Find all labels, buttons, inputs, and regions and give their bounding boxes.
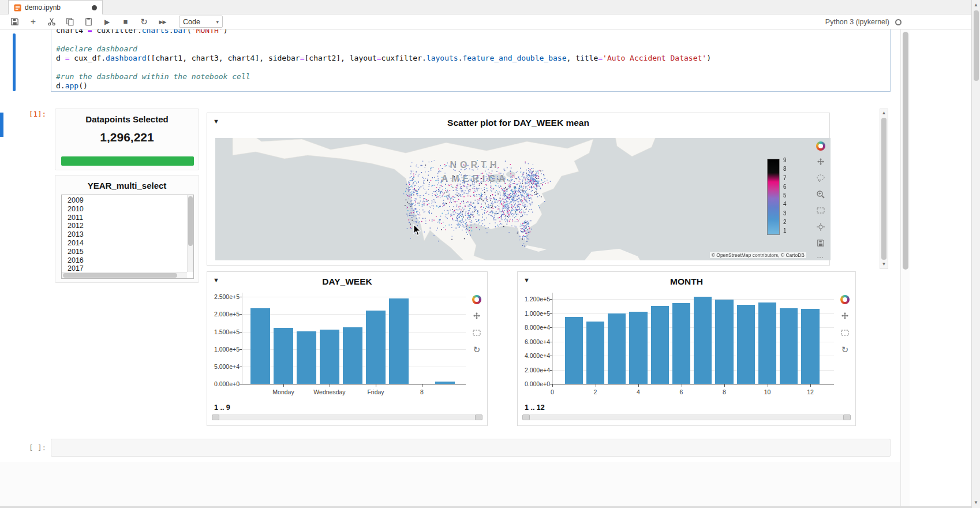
year-option[interactable]: 2015 [62,248,193,256]
reset-tool-icon[interactable]: ↻ [472,345,482,354]
x-tick-mark [810,384,811,387]
insert-cell-button[interactable]: + [28,16,39,27]
listbox-vertical-scrollbar[interactable] [187,195,193,272]
box-select-tool-icon[interactable] [472,328,482,338]
interrupt-kernel-button[interactable]: ■ [120,16,131,27]
notebook-content: chart4 = cuxfilter.charts.bar('MONTH') #… [0,29,900,508]
restart-kernel-button[interactable]: ↻ [139,16,149,27]
scrollbar-thumb[interactable] [63,273,177,278]
x-tick-label: 10 [745,389,791,395]
box-select-tool-icon[interactable] [816,206,826,215]
slider-handle-right[interactable] [475,414,482,420]
wheel-zoom-tool-icon[interactable] [816,222,826,231]
year-option[interactable]: 2012 [62,222,193,230]
run-cell-button[interactable]: ▶ [102,16,113,27]
code-cell[interactable]: chart4 = cuxfilter.charts.bar('MONTH') #… [51,29,891,92]
chevron-down-icon: ▾ [216,19,219,25]
slider-handle-left[interactable] [212,414,219,420]
legend-tick-label: 8 [783,166,794,172]
scrollbar-thumb[interactable] [974,10,979,81]
year-option[interactable]: 2010 [62,205,193,214]
pan-tool-icon[interactable] [816,157,826,167]
slider-handle-left[interactable] [522,414,530,420]
unsaved-indicator-icon[interactable] [92,5,97,10]
copy-icon [66,17,74,26]
y-tick-label: 2.500e+5 [211,293,240,300]
scroll-down-arrow-icon[interactable]: ▼ [880,262,888,267]
y-tick-label: 1.200e+5 [521,296,550,302]
bokeh-logo-icon[interactable] [840,295,850,304]
empty-code-cell[interactable] [51,439,891,457]
cut-icon [47,17,56,26]
bokeh-logo-icon[interactable] [816,141,825,151]
bar [715,300,733,384]
scroll-up-arrow-icon[interactable]: ▲ [880,110,888,116]
code-line: #declare dashboard [56,44,885,54]
scatter-canvas [215,138,831,260]
cell-type-select[interactable]: Code ▾ [179,16,223,28]
year-listbox[interactable]: 200920102011201220132014201520162017 [61,195,194,279]
year-option[interactable]: 2016 [62,256,193,265]
month-plot[interactable]: 1.200e+51.000e+58.000e+46.000e+44.000e+4… [519,289,837,400]
scatter-map-plot[interactable]: NORTH AMERICA 987654321 © OpenStreetMap … [215,138,831,260]
scroll-down-arrow-icon[interactable]: ▼ [972,500,980,506]
x-tick-mark [768,384,768,387]
box-zoom-tool-icon[interactable] [816,189,826,199]
y-tick-label: 2.000e+5 [211,311,240,318]
legend-tick-label: 5 [783,192,794,199]
y-tick-label: 4.000e+4 [521,352,550,359]
year-option[interactable]: 2014 [62,239,193,248]
pan-tool-icon[interactable] [472,311,482,321]
month-range-slider[interactable] [522,414,851,420]
collapse-caret-icon[interactable]: ▼ [523,277,530,283]
notebook-tab[interactable]: demo.ipynb [8,0,103,14]
copy-cells-button[interactable] [65,16,76,27]
year-option[interactable]: 2013 [62,230,193,239]
legend-tick-label: 9 [783,157,794,163]
kernel-name[interactable]: Python 3 (ipykernel) [825,18,889,26]
y-axis [242,293,242,384]
cell-collapser[interactable] [13,33,16,91]
restart-run-all-button[interactable]: ▶▶ [157,16,168,27]
x-tick-mark [330,384,330,387]
day-week-range-slider[interactable] [212,414,482,420]
bokeh-logo-icon[interactable] [472,295,481,304]
save-icon [10,17,19,26]
x-tick-label: 12 [787,389,833,395]
notebook-footer-area [0,462,900,508]
listbox-horizontal-scrollbar[interactable] [62,272,187,278]
map-attribution[interactable]: © OpenStreetMap contributors, © CartoDB [710,252,806,258]
left-edge-indicator [0,113,3,137]
scrollbar-thumb[interactable] [903,32,908,270]
notebook-scrollbar[interactable] [900,29,910,508]
y-tick-label: 2.000e+4 [521,367,550,373]
year-option[interactable]: 2009 [62,196,193,205]
map-more-options[interactable]: … [817,252,824,260]
scroll-up-arrow-icon[interactable]: ▲ [972,2,980,8]
slider-handle-right[interactable] [843,414,851,420]
output-scrollbar[interactable]: ▲ ▼ [880,109,888,269]
collapse-caret-icon[interactable]: ▼ [213,118,219,125]
save-plot-tool-icon[interactable] [816,238,826,248]
x-tick-mark [682,384,682,387]
box-select-tool-icon[interactable] [840,328,850,338]
collapse-caret-icon[interactable]: ▼ [213,277,219,283]
tab-title: demo.ipynb [25,3,88,12]
legend-tick-label: 1 [783,227,794,234]
scrollbar-thumb[interactable] [881,118,887,260]
year-option[interactable]: 2011 [62,214,193,222]
x-tick-label: Friday [353,389,399,395]
paste-cells-button[interactable] [83,16,94,27]
code-editor[interactable]: chart4 = cuxfilter.charts.bar('MONTH') #… [56,29,885,91]
pan-tool-icon[interactable] [840,311,850,321]
scrollbar-thumb[interactable] [188,196,193,246]
cut-cells-button[interactable] [46,16,57,27]
save-button[interactable] [9,16,20,27]
browser-scrollbar[interactable]: ▲ ▼ [971,0,980,508]
lasso-select-tool-icon[interactable] [816,173,826,183]
x-tick-mark [283,384,284,387]
day-week-plot[interactable]: 2.500e+52.000e+51.500e+51.000e+55.000e+4… [208,289,469,400]
x-tick-label: 0 [529,389,575,395]
y-tick-label: 8.000e+4 [521,324,550,331]
reset-tool-icon[interactable]: ↻ [840,345,850,354]
